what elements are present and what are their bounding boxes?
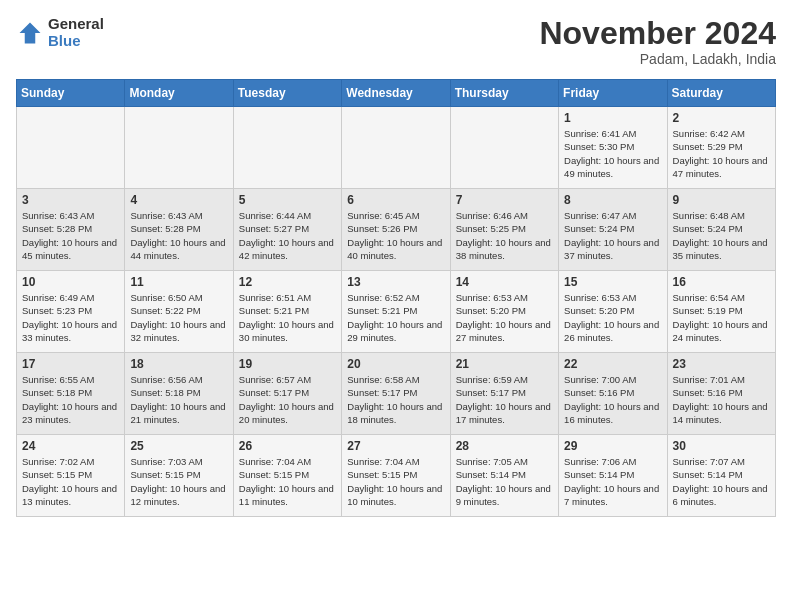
day-info: Sunrise: 6:54 AM Sunset: 5:19 PM Dayligh… — [673, 291, 770, 344]
week-row-4: 17Sunrise: 6:55 AM Sunset: 5:18 PM Dayli… — [17, 353, 776, 435]
calendar-cell: 30Sunrise: 7:07 AM Sunset: 5:14 PM Dayli… — [667, 435, 775, 517]
day-info: Sunrise: 7:01 AM Sunset: 5:16 PM Dayligh… — [673, 373, 770, 426]
calendar-cell: 4Sunrise: 6:43 AM Sunset: 5:28 PM Daylig… — [125, 189, 233, 271]
calendar-cell: 22Sunrise: 7:00 AM Sunset: 5:16 PM Dayli… — [559, 353, 667, 435]
day-number: 22 — [564, 357, 661, 371]
day-info: Sunrise: 6:56 AM Sunset: 5:18 PM Dayligh… — [130, 373, 227, 426]
day-info: Sunrise: 6:50 AM Sunset: 5:22 PM Dayligh… — [130, 291, 227, 344]
day-number: 8 — [564, 193, 661, 207]
day-number: 11 — [130, 275, 227, 289]
day-number: 1 — [564, 111, 661, 125]
header-saturday: Saturday — [667, 80, 775, 107]
day-info: Sunrise: 6:48 AM Sunset: 5:24 PM Dayligh… — [673, 209, 770, 262]
calendar-cell — [342, 107, 450, 189]
location: Padam, Ladakh, India — [539, 51, 776, 67]
day-info: Sunrise: 6:57 AM Sunset: 5:17 PM Dayligh… — [239, 373, 336, 426]
day-number: 25 — [130, 439, 227, 453]
day-info: Sunrise: 7:04 AM Sunset: 5:15 PM Dayligh… — [347, 455, 444, 508]
day-info: Sunrise: 6:51 AM Sunset: 5:21 PM Dayligh… — [239, 291, 336, 344]
calendar-cell: 12Sunrise: 6:51 AM Sunset: 5:21 PM Dayli… — [233, 271, 341, 353]
calendar-cell: 16Sunrise: 6:54 AM Sunset: 5:19 PM Dayli… — [667, 271, 775, 353]
day-info: Sunrise: 6:42 AM Sunset: 5:29 PM Dayligh… — [673, 127, 770, 180]
day-number: 28 — [456, 439, 553, 453]
day-info: Sunrise: 6:47 AM Sunset: 5:24 PM Dayligh… — [564, 209, 661, 262]
day-number: 18 — [130, 357, 227, 371]
day-number: 17 — [22, 357, 119, 371]
week-row-1: 1Sunrise: 6:41 AM Sunset: 5:30 PM Daylig… — [17, 107, 776, 189]
calendar-cell: 18Sunrise: 6:56 AM Sunset: 5:18 PM Dayli… — [125, 353, 233, 435]
calendar-cell: 9Sunrise: 6:48 AM Sunset: 5:24 PM Daylig… — [667, 189, 775, 271]
day-number: 26 — [239, 439, 336, 453]
calendar-cell: 20Sunrise: 6:58 AM Sunset: 5:17 PM Dayli… — [342, 353, 450, 435]
calendar-cell — [233, 107, 341, 189]
calendar-cell: 7Sunrise: 6:46 AM Sunset: 5:25 PM Daylig… — [450, 189, 558, 271]
calendar-cell: 13Sunrise: 6:52 AM Sunset: 5:21 PM Dayli… — [342, 271, 450, 353]
day-number: 15 — [564, 275, 661, 289]
day-number: 21 — [456, 357, 553, 371]
calendar-cell: 5Sunrise: 6:44 AM Sunset: 5:27 PM Daylig… — [233, 189, 341, 271]
day-number: 10 — [22, 275, 119, 289]
logo-icon — [16, 19, 44, 47]
calendar-cell: 25Sunrise: 7:03 AM Sunset: 5:15 PM Dayli… — [125, 435, 233, 517]
calendar-cell — [125, 107, 233, 189]
calendar-table: SundayMondayTuesdayWednesdayThursdayFrid… — [16, 79, 776, 517]
day-number: 20 — [347, 357, 444, 371]
day-number: 4 — [130, 193, 227, 207]
day-number: 29 — [564, 439, 661, 453]
day-info: Sunrise: 6:53 AM Sunset: 5:20 PM Dayligh… — [564, 291, 661, 344]
day-number: 7 — [456, 193, 553, 207]
calendar-cell: 23Sunrise: 7:01 AM Sunset: 5:16 PM Dayli… — [667, 353, 775, 435]
day-info: Sunrise: 6:59 AM Sunset: 5:17 PM Dayligh… — [456, 373, 553, 426]
day-info: Sunrise: 6:52 AM Sunset: 5:21 PM Dayligh… — [347, 291, 444, 344]
calendar-cell: 17Sunrise: 6:55 AM Sunset: 5:18 PM Dayli… — [17, 353, 125, 435]
day-info: Sunrise: 7:03 AM Sunset: 5:15 PM Dayligh… — [130, 455, 227, 508]
day-number: 12 — [239, 275, 336, 289]
day-number: 27 — [347, 439, 444, 453]
day-info: Sunrise: 6:43 AM Sunset: 5:28 PM Dayligh… — [130, 209, 227, 262]
calendar-cell: 24Sunrise: 7:02 AM Sunset: 5:15 PM Dayli… — [17, 435, 125, 517]
calendar-cell: 11Sunrise: 6:50 AM Sunset: 5:22 PM Dayli… — [125, 271, 233, 353]
day-number: 3 — [22, 193, 119, 207]
header-tuesday: Tuesday — [233, 80, 341, 107]
month-title: November 2024 — [539, 16, 776, 51]
day-info: Sunrise: 6:45 AM Sunset: 5:26 PM Dayligh… — [347, 209, 444, 262]
day-number: 14 — [456, 275, 553, 289]
calendar-cell: 15Sunrise: 6:53 AM Sunset: 5:20 PM Dayli… — [559, 271, 667, 353]
calendar-body: 1Sunrise: 6:41 AM Sunset: 5:30 PM Daylig… — [17, 107, 776, 517]
day-info: Sunrise: 7:02 AM Sunset: 5:15 PM Dayligh… — [22, 455, 119, 508]
week-row-3: 10Sunrise: 6:49 AM Sunset: 5:23 PM Dayli… — [17, 271, 776, 353]
week-row-5: 24Sunrise: 7:02 AM Sunset: 5:15 PM Dayli… — [17, 435, 776, 517]
header-wednesday: Wednesday — [342, 80, 450, 107]
logo: General Blue — [16, 16, 104, 49]
day-info: Sunrise: 6:58 AM Sunset: 5:17 PM Dayligh… — [347, 373, 444, 426]
calendar-header: SundayMondayTuesdayWednesdayThursdayFrid… — [17, 80, 776, 107]
day-info: Sunrise: 7:04 AM Sunset: 5:15 PM Dayligh… — [239, 455, 336, 508]
day-info: Sunrise: 7:05 AM Sunset: 5:14 PM Dayligh… — [456, 455, 553, 508]
day-number: 23 — [673, 357, 770, 371]
day-number: 5 — [239, 193, 336, 207]
day-info: Sunrise: 6:49 AM Sunset: 5:23 PM Dayligh… — [22, 291, 119, 344]
header-friday: Friday — [559, 80, 667, 107]
page-header: General Blue November 2024 Padam, Ladakh… — [16, 16, 776, 67]
day-info: Sunrise: 7:06 AM Sunset: 5:14 PM Dayligh… — [564, 455, 661, 508]
calendar-cell: 10Sunrise: 6:49 AM Sunset: 5:23 PM Dayli… — [17, 271, 125, 353]
day-number: 16 — [673, 275, 770, 289]
header-thursday: Thursday — [450, 80, 558, 107]
calendar-cell: 6Sunrise: 6:45 AM Sunset: 5:26 PM Daylig… — [342, 189, 450, 271]
day-number: 6 — [347, 193, 444, 207]
calendar-cell — [450, 107, 558, 189]
header-sunday: Sunday — [17, 80, 125, 107]
title-block: November 2024 Padam, Ladakh, India — [539, 16, 776, 67]
day-info: Sunrise: 7:00 AM Sunset: 5:16 PM Dayligh… — [564, 373, 661, 426]
day-info: Sunrise: 7:07 AM Sunset: 5:14 PM Dayligh… — [673, 455, 770, 508]
calendar-cell — [17, 107, 125, 189]
calendar-cell: 3Sunrise: 6:43 AM Sunset: 5:28 PM Daylig… — [17, 189, 125, 271]
calendar-cell: 27Sunrise: 7:04 AM Sunset: 5:15 PM Dayli… — [342, 435, 450, 517]
header-row: SundayMondayTuesdayWednesdayThursdayFrid… — [17, 80, 776, 107]
day-info: Sunrise: 6:43 AM Sunset: 5:28 PM Dayligh… — [22, 209, 119, 262]
logo-blue-text: Blue — [48, 33, 104, 50]
calendar-cell: 1Sunrise: 6:41 AM Sunset: 5:30 PM Daylig… — [559, 107, 667, 189]
calendar-cell: 26Sunrise: 7:04 AM Sunset: 5:15 PM Dayli… — [233, 435, 341, 517]
calendar-cell: 8Sunrise: 6:47 AM Sunset: 5:24 PM Daylig… — [559, 189, 667, 271]
header-monday: Monday — [125, 80, 233, 107]
